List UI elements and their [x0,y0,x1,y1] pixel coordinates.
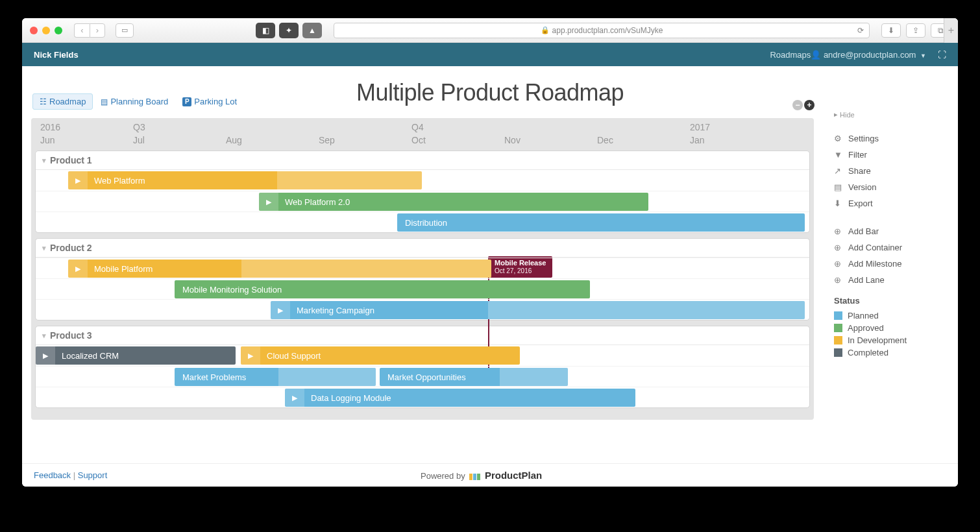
timeline-month: Jul [133,135,145,145]
timeline-month: Nov [504,135,521,145]
lock-icon: 🔒 [541,26,550,34]
lane: ▾Product 2Mobile ReleaseOct 27, 2016▶Mob… [35,238,810,320]
forward-button[interactable]: › [90,23,105,38]
timeline-bar[interactable]: ▶Marketing Campaign [271,301,805,319]
timeline-bar[interactable]: ▶Mobile Platform [68,260,491,278]
chevron-down-icon: ▾ [42,244,46,252]
downloads-button[interactable]: ⬇ [881,23,901,38]
menu-export[interactable]: ⬇Export [834,195,949,212]
bar-label: Mobile Platform [93,264,153,274]
timeline-year: Q4 [411,122,424,132]
back-button[interactable]: ‹ [74,23,90,38]
legend-planned: Planned [834,309,949,322]
timeline-row: ▶Web Platform [36,170,809,191]
timeline-year: Q3 [133,122,145,132]
bar-label: Localized CRM [60,351,119,361]
gear-icon: ⚙ [834,134,843,143]
tab-parking-lot[interactable]: P Parking Lot [176,93,243,110]
timeline-row: Market ProblemsMarket Opportunities [36,366,809,387]
timeline-row: ▶Data Logging Module [36,387,809,407]
timeline-row: ▶Localized CRM▶Cloud Support [36,345,809,366]
zoom-in-button[interactable]: + [804,100,815,110]
timeline-year: 2017 [690,122,710,132]
reload-icon[interactable]: ⟳ [857,26,864,35]
user-menu[interactable]: 👤 andre@productplan.com ▼ [811,50,926,60]
timeline-bar[interactable]: ▶Localized CRM [36,346,236,365]
add-bar[interactable]: ⊕Add Bar [834,223,949,239]
account-name: Nick Fields [34,50,79,60]
footer-support[interactable]: Support [78,470,108,480]
hide-sidebar[interactable]: ▸Hide [834,110,949,119]
new-tab-button[interactable]: + [944,18,958,43]
share-button[interactable]: ⇪ [906,23,925,38]
app-header: Nick Fields Roadmaps 👤 andre@productplan… [22,43,958,66]
nav-roadmaps[interactable]: Roadmaps [770,50,811,60]
chevron-right-icon: ▶ [36,346,55,365]
warning-icon[interactable]: ▲ [302,23,322,38]
bar-label: Market Problems [181,372,246,382]
user-email: andre@productplan.com [824,50,916,60]
board-icon: ▤ [101,97,108,106]
timeline-bar[interactable]: Market Problems [175,368,376,386]
lane-name: Product 2 [50,243,92,253]
timeline-bar[interactable]: ▶Web Platform 2.0 [259,193,648,211]
timeline-bar[interactable]: Mobile Monitoring Solution [175,280,590,298]
window-close-icon[interactable] [30,27,38,34]
timeline-month: Sep [319,135,335,145]
lane-name: Product 3 [50,330,92,341]
timeline-bar[interactable]: ▶Cloud Support [241,346,520,365]
add-container[interactable]: ⊕Add Container [834,239,949,256]
timeline-bar[interactable]: ▶Data Logging Module [285,389,635,407]
timeline-header: 2016Q3Q42017JunJulAugSepOctNovDecJan [31,118,814,151]
timeline-month: Jun [40,135,55,145]
tab-planning-board[interactable]: ▤ Planning Board [94,93,175,110]
chevron-right-icon: ▶ [285,389,304,407]
wand-icon[interactable]: ✦ [279,23,299,38]
right-sidebar: ▸Hide ⚙Settings ▼Filter ↗Share ▤Version … [825,106,958,363]
address-bar[interactable]: 🔒 app.productplan.com/vSuMJyke ⟳ [334,23,870,38]
lane-header[interactable]: ▾Product 3 [36,326,809,345]
extension-icon[interactable]: ◧ [256,23,275,38]
plus-circle-icon: ⊕ [834,259,843,269]
sidebar-toggle[interactable]: ▭ [116,23,134,38]
timeline-row: Mobile Monitoring Solution [36,278,809,299]
chevron-right-icon: ▶ [259,193,278,211]
timeline-row: ▶Mobile Platform [36,258,809,278]
timeline-month: Jan [690,135,705,145]
window-minimize-icon[interactable] [42,27,50,34]
caret-right-icon: ▸ [834,110,838,119]
zoom-out-button[interactable]: − [792,100,803,110]
window-zoom-icon[interactable] [55,27,62,34]
menu-version[interactable]: ▤Version [834,179,949,195]
fullscreen-icon[interactable]: ⛶ [938,50,946,60]
lane-header[interactable]: ▾Product 2 [36,239,809,258]
menu-share[interactable]: ↗Share [834,163,949,179]
chevron-right-icon: ▶ [271,301,290,319]
menu-filter[interactable]: ▼Filter [834,147,949,163]
bar-label: Cloud Support [265,351,321,361]
chevron-right-icon: ▶ [68,171,88,189]
add-milestone[interactable]: ⊕Add Milestone [834,256,949,272]
footer-feedback[interactable]: Feedback [34,470,71,480]
parking-icon: P [182,97,191,106]
timeline-bar[interactable]: Distribution [397,213,805,232]
bar-label: Web Platform [93,176,145,186]
browser-chrome: ‹ › ▭ ◧ ✦ ▲ 🔒 app.productplan.com/vSuMJy… [22,18,958,43]
tab-roadmap[interactable]: ☷ Roadmap [32,93,93,110]
roadmap-icon: ☷ [40,97,47,106]
plus-circle-icon: ⊕ [834,243,843,252]
lane: ▾Product 3▶Localized CRM▶Cloud SupportMa… [35,326,810,408]
chevron-down-icon: ▾ [42,332,46,340]
timeline-bar[interactable]: Market Opportunities [380,368,568,386]
menu-settings[interactable]: ⚙Settings [834,130,949,147]
legend-in-development: In Development [834,334,949,346]
timeline-bar[interactable]: ▶Web Platform [68,171,422,189]
bar-label: Distribution [404,218,447,228]
legend-completed: Completed [834,346,949,359]
download-icon: ⬇ [834,199,843,208]
plus-circle-icon: ⊕ [834,275,843,285]
timeline-row: Distribution [36,212,809,232]
add-lane[interactable]: ⊕Add Lane [834,272,949,288]
timeline-month: Oct [411,135,426,145]
lane-header[interactable]: ▾Product 1 [36,151,809,170]
